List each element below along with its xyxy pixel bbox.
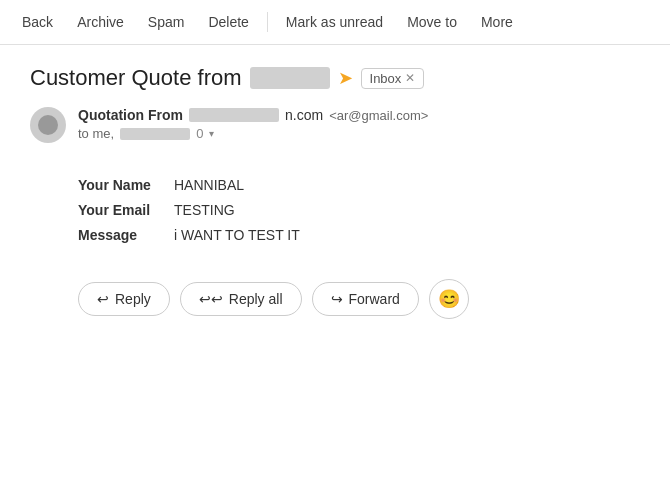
to-number: 0 (196, 126, 203, 141)
name-value: HANNIBAL (174, 173, 244, 198)
from-domain: n.com (285, 107, 323, 123)
toolbar-divider (267, 12, 268, 32)
email-body: Your Name HANNIBAL Your Email TESTING Me… (30, 163, 640, 259)
inbox-badge: Inbox ✕ (361, 68, 425, 89)
email-meta: Quotation From n.com <ar@gmail.com> to m… (30, 107, 640, 143)
email-label: Your Email (78, 198, 168, 223)
back-button[interactable]: Back (12, 8, 63, 36)
forward-icon: ↪ (331, 291, 343, 307)
reply-label: Reply (115, 291, 151, 307)
emoji-icon: 😊 (438, 288, 460, 310)
reply-icon: ↩ (97, 291, 109, 307)
forward-button[interactable]: ↪ Forward (312, 282, 419, 316)
avatar (30, 107, 66, 143)
inbox-badge-label: Inbox (370, 71, 402, 86)
emoji-reaction-button[interactable]: 😊 (429, 279, 469, 319)
reply-all-icon: ↩↩ (199, 291, 223, 307)
avatar-image (38, 115, 58, 135)
email-subject: Customer Quote from ➤ Inbox ✕ (30, 65, 640, 91)
email-value: TESTING (174, 198, 235, 223)
name-label: Your Name (78, 173, 168, 198)
email-actions: ↩ Reply ↩↩ Reply all ↪ Forward 😊 (30, 259, 640, 339)
archive-button[interactable]: Archive (67, 8, 134, 36)
subject-blurred-name (250, 67, 330, 89)
body-row-message: Message i WANT TO TEST IT (78, 223, 640, 248)
email-to-line: to me, 0 ▾ (78, 126, 640, 141)
move-to-button[interactable]: Move to (397, 8, 467, 36)
email-from-line: Quotation From n.com <ar@gmail.com> (78, 107, 640, 123)
subject-text: Customer Quote from (30, 65, 242, 91)
inbox-badge-close[interactable]: ✕ (405, 71, 415, 85)
from-label: Quotation From (78, 107, 183, 123)
to-label: to me, (78, 126, 114, 141)
email-container: Customer Quote from ➤ Inbox ✕ Quotation … (0, 45, 670, 359)
message-label: Message (78, 223, 168, 248)
to-name-blurred (120, 128, 190, 140)
email-from-area: Quotation From n.com <ar@gmail.com> to m… (78, 107, 640, 141)
forward-label: Forward (349, 291, 400, 307)
mark-unread-button[interactable]: Mark as unread (276, 8, 393, 36)
spam-button[interactable]: Spam (138, 8, 195, 36)
reply-all-button[interactable]: ↩↩ Reply all (180, 282, 302, 316)
reply-button[interactable]: ↩ Reply (78, 282, 170, 316)
body-row-email: Your Email TESTING (78, 198, 640, 223)
more-button[interactable]: More (471, 8, 523, 36)
forward-arrow-icon: ➤ (338, 67, 353, 89)
from-name-blurred (189, 108, 279, 122)
from-email-address: <ar@gmail.com> (329, 108, 428, 123)
to-dropdown-arrow[interactable]: ▾ (209, 128, 214, 139)
reply-all-label: Reply all (229, 291, 283, 307)
toolbar: Back Archive Spam Delete Mark as unread … (0, 0, 670, 45)
message-value: i WANT TO TEST IT (174, 223, 300, 248)
delete-button[interactable]: Delete (198, 8, 258, 36)
body-row-name: Your Name HANNIBAL (78, 173, 640, 198)
